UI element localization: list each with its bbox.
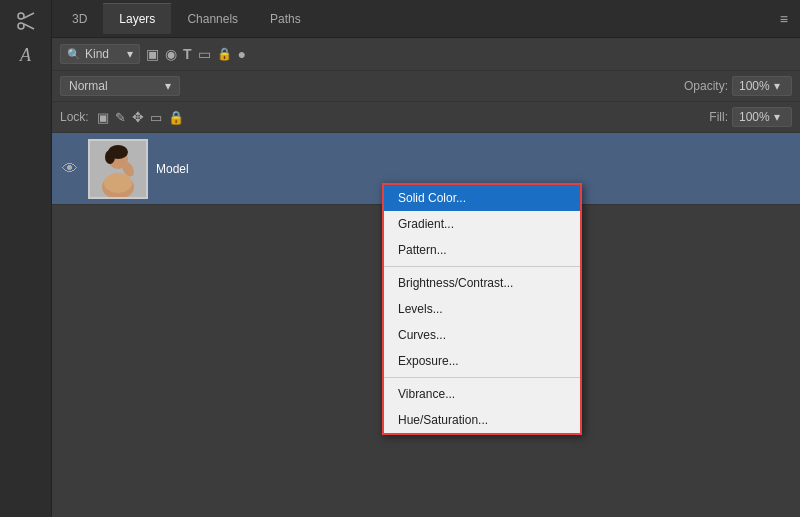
filter-icons: ▣ ◉ T ▭ 🔒 ● [146,46,246,62]
type-tool-icon[interactable]: A [13,42,39,68]
search-icon: 🔍 [67,48,81,61]
svg-point-9 [104,173,132,193]
menu-item-brightness-contrast[interactable]: Brightness/Contrast... [384,270,580,296]
menu-item-curves[interactable]: Curves... [384,322,580,348]
fill-input[interactable]: 100% ▾ [732,107,792,127]
lock-bar: Lock: ▣ ✎ ✥ ▭ 🔒 Fill: 100% ▾ [52,102,800,133]
svg-line-2 [24,13,34,18]
menu-separator-2 [384,377,580,378]
filter-adjust-icon[interactable]: ◉ [165,46,177,62]
fill-value-text: 100% [739,110,770,124]
opacity-value-text: 100% [739,79,770,93]
menu-separator-1 [384,266,580,267]
opacity-chevron: ▾ [774,79,780,93]
filter-type-icon[interactable]: T [183,46,192,62]
tab-channels[interactable]: Channels [171,4,254,34]
filter-smart-icon[interactable]: 🔒 [217,47,232,61]
opacity-label: Opacity: [684,79,728,93]
tab-bar: 3D Layers Channels Paths ≡ [52,0,800,38]
tab-layers[interactable]: Layers [103,3,171,34]
lock-move-icon[interactable]: ✥ [132,109,144,125]
svg-point-8 [105,150,115,164]
layer-thumbnail [88,139,148,199]
blending-bar: Normal ▾ Opacity: 100% ▾ [52,71,800,102]
menu-item-levels[interactable]: Levels... [384,296,580,322]
tab-3d[interactable]: 3D [56,4,103,34]
layer-thumbnail-svg [90,139,146,199]
fill-group: Fill: 100% ▾ [709,107,792,127]
svg-line-3 [24,24,34,29]
fill-label: Fill: [709,110,728,124]
lock-draw-icon[interactable]: ✎ [115,110,126,125]
lock-pixels-icon[interactable]: ▣ [97,110,109,125]
blend-mode-chevron: ▾ [165,79,171,93]
layer-list: 👁 Model [52,133,800,517]
left-toolbar: A [0,0,52,517]
kind-label: Kind [85,47,109,61]
tab-paths[interactable]: Paths [254,4,317,34]
svg-point-1 [18,23,24,29]
panel-menu-icon[interactable]: ≡ [772,11,796,27]
layer-name-text: Model [156,162,792,176]
fill-chevron: ▾ [774,110,780,124]
menu-item-pattern[interactable]: Pattern... [384,237,580,263]
menu-item-exposure[interactable]: Exposure... [384,348,580,374]
svg-point-0 [18,13,24,19]
lock-icons: ▣ ✎ ✥ ▭ 🔒 [97,109,184,125]
opacity-input[interactable]: 100% ▾ [732,76,792,96]
main-panel: 3D Layers Channels Paths ≡ 🔍 Kind ▾ ▣ ◉ … [52,0,800,517]
context-menu: Solid Color... Gradient... Pattern... Br… [382,183,582,435]
lock-artboard-icon[interactable]: ▭ [150,110,162,125]
kind-filter-select[interactable]: 🔍 Kind ▾ [60,44,140,64]
filter-artboard-icon[interactable]: ● [238,46,246,62]
opacity-group: Opacity: 100% ▾ [684,76,792,96]
menu-item-hue-saturation[interactable]: Hue/Saturation... [384,407,580,433]
menu-item-vibrance[interactable]: Vibrance... [384,381,580,407]
lock-all-icon[interactable]: 🔒 [168,110,184,125]
layer-visibility-icon[interactable]: 👁 [60,160,80,178]
menu-item-gradient[interactable]: Gradient... [384,211,580,237]
lock-label: Lock: [60,110,89,124]
cut-tool-icon[interactable] [13,8,39,34]
filter-shape-icon[interactable]: ▭ [198,46,211,62]
filter-pixel-icon[interactable]: ▣ [146,46,159,62]
blend-mode-label: Normal [69,79,108,93]
filter-bar: 🔍 Kind ▾ ▣ ◉ T ▭ 🔒 ● [52,38,800,71]
kind-chevron: ▾ [127,47,133,61]
blend-mode-select[interactable]: Normal ▾ [60,76,180,96]
menu-item-solid-color[interactable]: Solid Color... [384,185,580,211]
